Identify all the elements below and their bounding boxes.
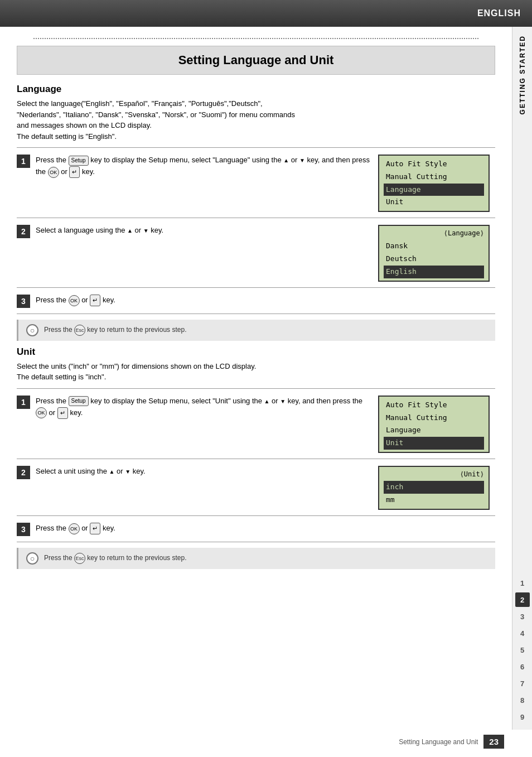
title-box: Setting Language and Unit [17,46,495,75]
sidebar-num-5[interactable]: 5 [515,643,530,657]
language-description: Select the language("English", "Español"… [17,98,495,142]
step-1-content: Auto Fit Style Manual Cutting Language U… [36,153,490,212]
unit-steps: 1 Auto Fit Style Manual Cutting Language… [17,388,495,542]
enter-key-1: ↵ [69,166,80,179]
ok-key-1: OK [48,167,59,178]
sidebar-num-7[interactable]: 7 [515,676,530,691]
arrow-down-2 [143,226,149,234]
lcd-item-language: Language [384,184,484,196]
lcd-screen-unit-2: ⟨Unit⟩ inch mm [378,466,490,510]
tip-text-2: Press the Esc key to return to the previ… [44,553,186,564]
unit-heading: Unit [17,346,495,358]
unit-step-1: 1 Auto Fit Style Manual Cutting Language… [17,389,495,459]
page-title: Setting Language and Unit [24,53,488,67]
lcd-unit-autofil: Auto Fit Style [384,399,484,412]
lcd-item-english: English [384,266,484,278]
unit-step-3-content: Press the OK or ↵ key. [36,522,495,535]
lcd-unit-unit: Unit [384,437,484,450]
unit-tip-box: ○ Press the Esc key to return to the pre… [17,548,495,569]
arrow-up-2 [127,226,133,234]
lcd-item-autofil: Auto Fit Style [384,158,484,171]
lcd-screen-1: Auto Fit Style Manual Cutting Language U… [378,155,490,212]
lcd-item-mm: mm [384,494,484,507]
sidebar-num-6[interactable]: 6 [515,659,530,674]
ok-key-3: OK [69,295,80,306]
esc-key-2: Esc [74,553,85,564]
language-label: ENGLISH [477,8,521,18]
right-sidebar: GETTING STARTED 1 2 3 4 5 6 7 8 9 [512,27,532,730]
lcd-unit-manual: Manual Cutting [384,412,484,425]
lcd-item-dansk: Dansk [384,240,484,253]
tip-text-1: Press the Esc key to return to the previ… [44,325,186,336]
unit-step-number-3: 3 [17,523,30,536]
sidebar-num-1[interactable]: 1 [515,576,530,590]
sidebar-num-2[interactable]: 2 [515,592,530,607]
language-step-3: 3 Press the OK or ↵ key. [17,288,495,314]
page-number: 23 [483,735,504,749]
arrow-up-unit-1 [264,397,270,405]
lcd-unit-language: Language [384,424,484,437]
sidebar-num-3[interactable]: 3 [515,609,530,624]
footer-label: Setting Language and Unit [399,738,478,746]
lcd-item-manual: Manual Cutting [384,171,484,184]
ok-key-unit-1: OK [36,407,47,418]
enter-key-unit-3: ↵ [90,523,100,535]
unit-description: Select the units ("inch" or "mm") for di… [17,361,495,383]
arrow-down-1 [299,156,305,164]
language-heading: Language [17,84,495,95]
sidebar-page-numbers: 1 2 3 4 5 6 7 8 9 [515,576,530,730]
lcd-item-deutsch: Deutsch [384,253,484,266]
ok-key-unit-3: OK [69,523,80,534]
dotted-divider [33,38,478,39]
lcd-title-unit-2: ⟨Unit⟩ [384,469,484,481]
arrow-up-1 [283,156,289,164]
arrow-down-unit-2 [125,467,130,475]
unit-step-2: 2 ⟨Unit⟩ inch mm Select a unit using the… [17,459,495,516]
step-2-content: ⟨Language⟩ Dansk Deutsch English Select … [36,224,490,282]
unit-step-1-content: Auto Fit Style Manual Cutting Language U… [36,394,490,453]
page-footer: Setting Language and Unit 23 [399,735,504,749]
unit-step-number-1: 1 [17,396,30,409]
language-section: Language Select the language("English", … [17,84,495,341]
arrow-up-unit-2 [109,467,115,475]
step-number-3: 3 [17,295,30,308]
main-content: Setting Language and Unit Language Selec… [0,27,512,586]
language-step-2: 2 ⟨Language⟩ Dansk Deutsch English Selec… [17,218,495,288]
setup-key-unit-1: Setup [69,396,89,406]
step-number-2: 2 [17,225,30,238]
unit-step-3: 3 Press the OK or ↵ key. [17,516,495,542]
unit-step-number-2: 2 [17,466,30,479]
arrow-down-unit-1 [280,397,286,405]
lcd-item-unit: Unit [384,196,484,209]
language-step-1: 1 Auto Fit Style Manual Cutting Language… [17,148,495,218]
setup-key-1: Setup [69,156,89,166]
sidebar-num-4[interactable]: 4 [515,626,530,640]
step-number-1: 1 [17,155,30,168]
lcd-item-inch: inch [384,481,484,494]
sidebar-num-9[interactable]: 9 [515,710,530,724]
lcd-screen-unit-1: Auto Fit Style Manual Cutting Language U… [378,396,490,453]
language-tip-box: ○ Press the Esc key to return to the pre… [17,320,495,341]
sidebar-num-8[interactable]: 8 [515,693,530,707]
tip-icon-2: ○ [26,552,38,565]
enter-key-unit-1: ↵ [57,407,68,420]
unit-step-2-content: ⟨Unit⟩ inch mm Select a unit using the o… [36,465,490,510]
esc-key-1: Esc [74,325,85,336]
lcd-title-2: ⟨Language⟩ [384,228,484,240]
top-header: ENGLISH [0,0,532,27]
lcd-screen-2: ⟨Language⟩ Dansk Deutsch English [378,225,490,282]
step-3-content: Press the OK or ↵ key. [36,293,495,307]
unit-section: Unit Select the units ("inch" or "mm") f… [17,346,495,569]
tip-icon-1: ○ [26,324,38,336]
enter-key-3: ↵ [90,295,100,307]
language-steps: 1 Auto Fit Style Manual Cutting Language… [17,147,495,314]
sidebar-section-label: GETTING STARTED [519,35,526,114]
